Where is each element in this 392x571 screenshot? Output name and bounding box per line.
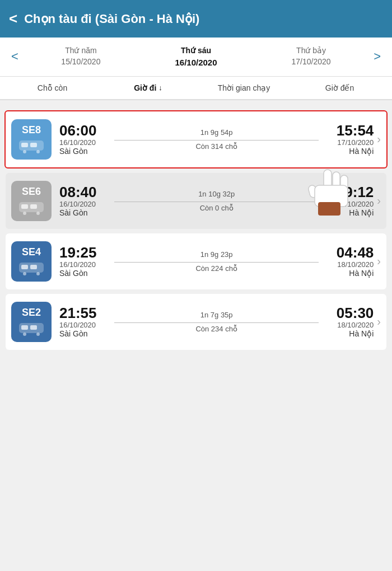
train-illustration: [18, 200, 45, 216]
train-name: SE6: [22, 186, 41, 198]
depart-time: 19:25: [59, 245, 97, 261]
chevron-right-icon: ›: [377, 194, 381, 207]
train-card-se4[interactable]: SE4 19:25 16/10/2020 Sài Gòn 1n 9g 23p C…: [6, 233, 386, 289]
filter-item-0[interactable]: Chỗ còn: [4, 77, 100, 99]
duration: 1n 10g 32p: [198, 190, 235, 198]
train-illustration: [18, 138, 45, 154]
arrive-time: 19:12: [337, 184, 374, 200]
svg-rect-7: [30, 204, 37, 209]
arrive-date: 18/10/2020: [337, 260, 374, 269]
prev-date-button[interactable]: <: [6, 47, 24, 66]
svg-rect-1: [21, 143, 28, 147]
train-card-se2[interactable]: SE2 21:55 16/10/2020 Sài Gòn 1n 7g 35p C…: [6, 294, 386, 350]
train-name: SE2: [22, 307, 41, 319]
svg-point-19: [23, 272, 26, 275]
train-card-se8[interactable]: SE8 06:00 16/10/2020 Sài Gòn 1n 9g 54p C…: [4, 110, 388, 169]
train-list: SE8 06:00 16/10/2020 Sài Gòn 1n 9g 54p C…: [0, 100, 392, 360]
train-icon-se4: SE4: [11, 241, 52, 282]
line-separator: [114, 262, 319, 263]
depart-info: 08:40 16/10/2020 Sài Gòn: [59, 184, 110, 218]
svg-rect-2: [30, 143, 37, 147]
depart-info: 21:55 16/10/2020 Sài Gòn: [59, 305, 110, 339]
date-navigation: < Thứ năm15/10/2020Thứ sáu16/10/2020Thứ …: [0, 38, 392, 77]
depart-station: Sài Gòn: [59, 208, 88, 217]
line-separator: [114, 140, 319, 141]
arrive-date: 18/10/2020: [337, 321, 374, 329]
duration: 1n 7g 35p: [200, 311, 233, 319]
chevron-right-icon: ›: [377, 315, 381, 328]
train-illustration: [18, 260, 45, 276]
seats-available: Còn 314 chỗ: [195, 142, 237, 151]
arrive-time: 05:30: [337, 305, 374, 321]
arrive-info: 05:30 18/10/2020 Hà Nội: [323, 305, 374, 339]
arrive-info: 19:12 17/10/2020 Hà Nội: [323, 184, 374, 218]
depart-info: 06:00 16/10/2020 Sài Gòn: [59, 123, 110, 156]
train-illustration: [18, 321, 45, 336]
arrive-info: 15:54 17/10/2020 Hà Nội: [323, 123, 374, 156]
depart-info: 19:25 16/10/2020 Sài Gòn: [59, 245, 110, 278]
line-separator: [114, 322, 319, 323]
filter-item-1[interactable]: Giờ đi ↓: [100, 77, 196, 99]
depart-date: 16/10/2020: [59, 260, 96, 269]
chevron-right-icon: ›: [377, 133, 381, 146]
depart-station: Sài Gòn: [59, 147, 88, 156]
date-item-2[interactable]: Thứ bảy17/10/2020: [292, 45, 331, 68]
depart-station: Sài Gòn: [59, 269, 88, 278]
train-details: 06:00 16/10/2020 Sài Gòn 1n 9g 54p Còn 3…: [59, 123, 374, 156]
filter-bar: Chỗ cònGiờ đi ↓Thời gian chạyGiờ đến: [0, 77, 392, 100]
arrive-station: Hà Nội: [349, 147, 374, 156]
svg-point-8: [23, 212, 26, 215]
train-icon-se8: SE8: [11, 119, 52, 160]
train-name: SE8: [22, 124, 41, 136]
back-button[interactable]: <: [9, 10, 17, 27]
duration: 1n 9g 23p: [200, 250, 233, 259]
train-details: 21:55 16/10/2020 Sài Gòn 1n 7g 35p Còn 2…: [59, 305, 374, 339]
depart-time: 21:55: [59, 305, 97, 321]
arrive-info: 04:48 18/10/2020 Hà Nội: [323, 245, 374, 278]
arrive-station: Hà Nội: [349, 329, 374, 338]
arrive-time: 04:48: [337, 245, 374, 261]
next-date-button[interactable]: >: [368, 47, 386, 66]
arrive-date: 17/10/2020: [337, 138, 374, 147]
depart-station: Sài Gòn: [59, 329, 88, 338]
middle-info: 1n 7g 35p Còn 234 chỗ: [110, 311, 323, 333]
svg-point-24: [23, 333, 26, 336]
seats-available: Còn 0 chỗ: [200, 204, 234, 212]
svg-rect-22: [21, 325, 28, 330]
svg-point-25: [36, 333, 40, 336]
arrive-station: Hà Nội: [349, 208, 374, 217]
middle-info: 1n 9g 54p Còn 314 chỗ: [110, 128, 323, 151]
depart-date: 16/10/2020: [59, 138, 96, 147]
duration: 1n 9g 54p: [200, 128, 233, 137]
train-icon-se2: SE2: [11, 302, 52, 342]
train-details: 19:25 16/10/2020 Sài Gòn 1n 9g 23p Còn 2…: [59, 245, 374, 278]
date-item-1[interactable]: Thứ sáu16/10/2020: [175, 45, 217, 68]
train-icon-se6: SE6: [11, 181, 52, 221]
date-item-0[interactable]: Thứ năm15/10/2020: [61, 45, 100, 68]
depart-date: 16/10/2020: [59, 321, 96, 329]
arrive-date: 17/10/2020: [337, 200, 374, 208]
middle-info: 1n 10g 32p Còn 0 chỗ: [110, 190, 323, 212]
svg-rect-18: [30, 265, 37, 269]
train-card-se6[interactable]: SE6 08:40 16/10/2020 Sài Gòn 1n 10g 32p …: [6, 173, 386, 229]
depart-time: 06:00: [59, 123, 97, 139]
svg-point-9: [36, 212, 40, 215]
line-separator: [114, 202, 319, 202]
svg-rect-6: [21, 204, 28, 209]
filter-item-2[interactable]: Thời gian chạy: [196, 77, 292, 99]
train-name: SE4: [22, 246, 41, 258]
middle-info: 1n 9g 23p Còn 224 chỗ: [110, 250, 323, 273]
arrive-time: 15:54: [337, 123, 374, 139]
seats-available: Còn 234 chỗ: [195, 325, 237, 333]
header: < Chọn tàu đi (Sài Gòn - Hà Nội): [0, 0, 392, 38]
sort-arrow: ↓: [158, 83, 162, 92]
filter-item-3[interactable]: Giờ đến: [292, 77, 388, 99]
svg-point-3: [23, 150, 26, 153]
svg-rect-23: [30, 325, 37, 330]
svg-point-20: [36, 272, 40, 275]
depart-time: 08:40: [59, 184, 97, 200]
arrive-station: Hà Nội: [349, 269, 374, 278]
svg-rect-17: [21, 265, 28, 269]
page-title: Chọn tàu đi (Sài Gòn - Hà Nội): [24, 12, 199, 26]
svg-point-4: [36, 150, 40, 153]
